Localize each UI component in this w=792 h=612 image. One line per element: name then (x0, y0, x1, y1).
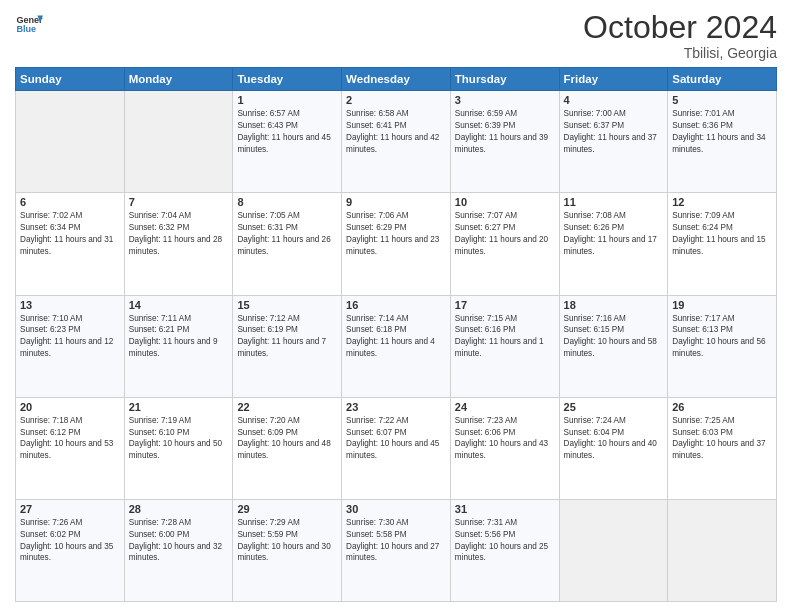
day-number: 3 (455, 94, 555, 106)
calendar-cell: 9 Sunrise: 7:06 AMSunset: 6:29 PMDayligh… (342, 193, 451, 295)
calendar-week-3: 13 Sunrise: 7:10 AMSunset: 6:23 PMDaylig… (16, 295, 777, 397)
title-block: October 2024 Tbilisi, Georgia (583, 10, 777, 61)
calendar-cell: 27 Sunrise: 7:26 AMSunset: 6:02 PMDaylig… (16, 499, 125, 601)
calendar-cell: 14 Sunrise: 7:11 AMSunset: 6:21 PMDaylig… (124, 295, 233, 397)
day-number: 7 (129, 196, 229, 208)
calendar-table: SundayMondayTuesdayWednesdayThursdayFrid… (15, 67, 777, 602)
calendar-week-1: 1 Sunrise: 6:57 AMSunset: 6:43 PMDayligh… (16, 91, 777, 193)
calendar-cell: 24 Sunrise: 7:23 AMSunset: 6:06 PMDaylig… (450, 397, 559, 499)
logo: General Blue (15, 10, 43, 38)
calendar-cell: 3 Sunrise: 6:59 AMSunset: 6:39 PMDayligh… (450, 91, 559, 193)
weekday-header-monday: Monday (124, 68, 233, 91)
weekday-header-thursday: Thursday (450, 68, 559, 91)
weekday-header-row: SundayMondayTuesdayWednesdayThursdayFrid… (16, 68, 777, 91)
calendar-cell (124, 91, 233, 193)
day-number: 5 (672, 94, 772, 106)
day-info: Sunrise: 7:23 AMSunset: 6:06 PMDaylight:… (455, 415, 555, 463)
day-info: Sunrise: 7:05 AMSunset: 6:31 PMDaylight:… (237, 210, 337, 258)
calendar-cell: 26 Sunrise: 7:25 AMSunset: 6:03 PMDaylig… (668, 397, 777, 499)
calendar-cell: 12 Sunrise: 7:09 AMSunset: 6:24 PMDaylig… (668, 193, 777, 295)
calendar-cell: 23 Sunrise: 7:22 AMSunset: 6:07 PMDaylig… (342, 397, 451, 499)
day-info: Sunrise: 7:09 AMSunset: 6:24 PMDaylight:… (672, 210, 772, 258)
day-info: Sunrise: 7:24 AMSunset: 6:04 PMDaylight:… (564, 415, 664, 463)
calendar-cell: 31 Sunrise: 7:31 AMSunset: 5:56 PMDaylig… (450, 499, 559, 601)
calendar-cell: 25 Sunrise: 7:24 AMSunset: 6:04 PMDaylig… (559, 397, 668, 499)
calendar-cell: 8 Sunrise: 7:05 AMSunset: 6:31 PMDayligh… (233, 193, 342, 295)
calendar-week-2: 6 Sunrise: 7:02 AMSunset: 6:34 PMDayligh… (16, 193, 777, 295)
day-number: 22 (237, 401, 337, 413)
day-number: 9 (346, 196, 446, 208)
header: General Blue October 2024 Tbilisi, Georg… (15, 10, 777, 61)
day-info: Sunrise: 7:12 AMSunset: 6:19 PMDaylight:… (237, 313, 337, 361)
day-number: 2 (346, 94, 446, 106)
day-info: Sunrise: 7:11 AMSunset: 6:21 PMDaylight:… (129, 313, 229, 361)
day-info: Sunrise: 7:30 AMSunset: 5:58 PMDaylight:… (346, 517, 446, 565)
calendar-cell: 20 Sunrise: 7:18 AMSunset: 6:12 PMDaylig… (16, 397, 125, 499)
day-info: Sunrise: 7:22 AMSunset: 6:07 PMDaylight:… (346, 415, 446, 463)
calendar-cell: 1 Sunrise: 6:57 AMSunset: 6:43 PMDayligh… (233, 91, 342, 193)
calendar-cell (16, 91, 125, 193)
logo-icon: General Blue (15, 10, 43, 38)
day-number: 28 (129, 503, 229, 515)
day-info: Sunrise: 7:06 AMSunset: 6:29 PMDaylight:… (346, 210, 446, 258)
day-info: Sunrise: 7:15 AMSunset: 6:16 PMDaylight:… (455, 313, 555, 361)
day-info: Sunrise: 7:31 AMSunset: 5:56 PMDaylight:… (455, 517, 555, 565)
day-info: Sunrise: 7:20 AMSunset: 6:09 PMDaylight:… (237, 415, 337, 463)
svg-text:Blue: Blue (16, 24, 36, 34)
day-number: 23 (346, 401, 446, 413)
day-info: Sunrise: 7:18 AMSunset: 6:12 PMDaylight:… (20, 415, 120, 463)
day-number: 14 (129, 299, 229, 311)
calendar-cell: 13 Sunrise: 7:10 AMSunset: 6:23 PMDaylig… (16, 295, 125, 397)
month-title: October 2024 (583, 10, 777, 45)
day-info: Sunrise: 6:58 AMSunset: 6:41 PMDaylight:… (346, 108, 446, 156)
calendar-cell (559, 499, 668, 601)
day-info: Sunrise: 7:26 AMSunset: 6:02 PMDaylight:… (20, 517, 120, 565)
calendar-cell: 22 Sunrise: 7:20 AMSunset: 6:09 PMDaylig… (233, 397, 342, 499)
page: General Blue October 2024 Tbilisi, Georg… (0, 0, 792, 612)
day-info: Sunrise: 7:25 AMSunset: 6:03 PMDaylight:… (672, 415, 772, 463)
weekday-header-sunday: Sunday (16, 68, 125, 91)
calendar-cell: 7 Sunrise: 7:04 AMSunset: 6:32 PMDayligh… (124, 193, 233, 295)
day-number: 30 (346, 503, 446, 515)
day-number: 19 (672, 299, 772, 311)
day-number: 1 (237, 94, 337, 106)
weekday-header-tuesday: Tuesday (233, 68, 342, 91)
calendar-cell: 16 Sunrise: 7:14 AMSunset: 6:18 PMDaylig… (342, 295, 451, 397)
calendar-cell: 10 Sunrise: 7:07 AMSunset: 6:27 PMDaylig… (450, 193, 559, 295)
day-number: 15 (237, 299, 337, 311)
calendar-cell: 21 Sunrise: 7:19 AMSunset: 6:10 PMDaylig… (124, 397, 233, 499)
day-info: Sunrise: 7:07 AMSunset: 6:27 PMDaylight:… (455, 210, 555, 258)
weekday-header-saturday: Saturday (668, 68, 777, 91)
day-number: 29 (237, 503, 337, 515)
day-number: 6 (20, 196, 120, 208)
calendar-cell: 15 Sunrise: 7:12 AMSunset: 6:19 PMDaylig… (233, 295, 342, 397)
day-number: 31 (455, 503, 555, 515)
calendar-cell: 19 Sunrise: 7:17 AMSunset: 6:13 PMDaylig… (668, 295, 777, 397)
day-info: Sunrise: 7:14 AMSunset: 6:18 PMDaylight:… (346, 313, 446, 361)
calendar-cell: 30 Sunrise: 7:30 AMSunset: 5:58 PMDaylig… (342, 499, 451, 601)
location: Tbilisi, Georgia (583, 45, 777, 61)
calendar-cell: 6 Sunrise: 7:02 AMSunset: 6:34 PMDayligh… (16, 193, 125, 295)
day-number: 8 (237, 196, 337, 208)
day-number: 20 (20, 401, 120, 413)
day-number: 24 (455, 401, 555, 413)
day-number: 16 (346, 299, 446, 311)
day-number: 18 (564, 299, 664, 311)
day-info: Sunrise: 6:59 AMSunset: 6:39 PMDaylight:… (455, 108, 555, 156)
day-number: 27 (20, 503, 120, 515)
calendar-cell: 5 Sunrise: 7:01 AMSunset: 6:36 PMDayligh… (668, 91, 777, 193)
weekday-header-wednesday: Wednesday (342, 68, 451, 91)
calendar-week-5: 27 Sunrise: 7:26 AMSunset: 6:02 PMDaylig… (16, 499, 777, 601)
calendar-cell: 29 Sunrise: 7:29 AMSunset: 5:59 PMDaylig… (233, 499, 342, 601)
day-info: Sunrise: 7:02 AMSunset: 6:34 PMDaylight:… (20, 210, 120, 258)
day-number: 4 (564, 94, 664, 106)
day-info: Sunrise: 7:28 AMSunset: 6:00 PMDaylight:… (129, 517, 229, 565)
day-info: Sunrise: 7:04 AMSunset: 6:32 PMDaylight:… (129, 210, 229, 258)
calendar-cell: 4 Sunrise: 7:00 AMSunset: 6:37 PMDayligh… (559, 91, 668, 193)
weekday-header-friday: Friday (559, 68, 668, 91)
day-info: Sunrise: 7:08 AMSunset: 6:26 PMDaylight:… (564, 210, 664, 258)
day-info: Sunrise: 6:57 AMSunset: 6:43 PMDaylight:… (237, 108, 337, 156)
calendar-week-4: 20 Sunrise: 7:18 AMSunset: 6:12 PMDaylig… (16, 397, 777, 499)
day-number: 12 (672, 196, 772, 208)
day-number: 21 (129, 401, 229, 413)
